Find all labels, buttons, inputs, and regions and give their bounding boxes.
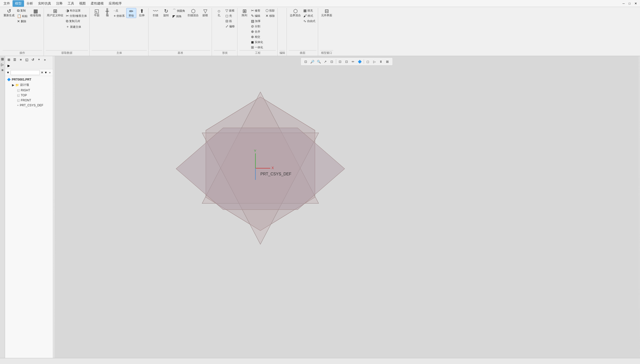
vt-btn-zoom-out[interactable]: 🔍 (316, 59, 322, 65)
vt-btn-refit[interactable]: ⊡ (303, 59, 309, 65)
window-minimize[interactable]: ─ (620, 2, 627, 5)
tree-search-clear[interactable]: ✕ (41, 71, 43, 74)
svg-text:PRT_CSYS_DEF: PRT_CSYS_DEF (260, 172, 291, 176)
menu-flexible[interactable]: 柔性建模 (88, 0, 106, 7)
vt-btn-view2[interactable]: ⊡ (344, 59, 350, 65)
btn-round[interactable]: ⌒ 倒圆角 (172, 8, 186, 14)
tree-item-csys[interactable]: ⌖ PRT_CSYS_DEF (5, 103, 53, 108)
left-icon-bar: ⊞ ▷ ≡ (0, 56, 5, 364)
tree-btn-2[interactable]: ☰ (12, 57, 18, 62)
menu-simulation[interactable]: 实时仿真 (36, 0, 54, 7)
btn-sweep-blend[interactable]: ⬡ 扫描混合 (187, 8, 200, 18)
tree-item-design[interactable]: ▶ 📁 设计项 (5, 82, 53, 88)
btn-offset[interactable]: ⤢ 偏移 (224, 24, 236, 29)
btn-fill[interactable]: ▦ 填充 (302, 8, 316, 13)
vt-sep-1 (336, 59, 336, 64)
menu-tools[interactable]: 工具 (65, 0, 77, 7)
tree-root[interactable]: 🔷 PRT0001.PRT (5, 77, 53, 82)
menu-view[interactable]: 视图 (77, 0, 88, 7)
btn-plane[interactable]: ◱ 平面 (92, 8, 102, 18)
btn-style[interactable]: 🖌 样式 (302, 13, 316, 18)
btn-delete[interactable]: ✕ 删除 (16, 19, 29, 24)
btn-rib[interactable]: ⊟ 筋 (224, 19, 236, 24)
btn-chamfer[interactable]: ◤ 倒角 (172, 14, 186, 19)
vt-btn-view1[interactable]: ⊡ (337, 59, 343, 65)
tree-item-design-expand[interactable]: ▶ (12, 83, 14, 87)
btn-sketch[interactable]: ✏ 草绘 (126, 8, 136, 18)
btn-copy[interactable]: ⧉ 复制 (16, 8, 29, 13)
btn-boolean[interactable]: ◑ 布尔运算 (65, 8, 88, 13)
vt-btn-play[interactable]: ▷ (371, 59, 377, 65)
tree-btn-5[interactable]: ↺ (30, 57, 36, 62)
btn-boundary-blend[interactable]: ⬡ 边界混合 (289, 8, 302, 18)
tree-search-input[interactable] (11, 70, 40, 75)
tree-item-right[interactable]: ◱ RIGHT (5, 88, 53, 93)
tree-item-front[interactable]: ◱ FRONT (5, 98, 53, 103)
btn-shrink-wrap[interactable]: ▦ 收缩包络 (29, 8, 42, 18)
btn-regenerate[interactable]: ↺ 重新生成 (3, 8, 16, 18)
tree-search-bar: ▼ ✕ ▼ ＋ (5, 69, 53, 76)
btn-revolve[interactable]: ↻ 旋转 (161, 8, 171, 18)
btn-coord-sys[interactable]: ⌖ 坐标系 (113, 13, 126, 19)
btn-axis[interactable]: ╫ 轴 (102, 8, 112, 18)
tree-item-top[interactable]: ◱ TOP (5, 93, 53, 98)
btn-thicken[interactable]: ▨ 加厚 (250, 19, 264, 24)
btn-draft[interactable]: ▽ 拔模 (200, 8, 210, 18)
tree-btn-6[interactable]: ⌖ (36, 57, 42, 62)
vt-btn-pan[interactable]: ⊡ (329, 59, 335, 65)
btn-solidify[interactable]: ◼ 实体化 (250, 40, 264, 45)
ribbon-group-surface: ⬡ 边界混合 ▦ 填充 🖌 样式 ∿ 自由式 (287, 8, 318, 56)
menu-application[interactable]: 应用程序 (106, 0, 124, 7)
btn-hole[interactable]: ○ 孔 (214, 8, 224, 18)
vt-btn-stop[interactable]: ⊠ (385, 59, 391, 65)
btn-extrude[interactable]: ⬆ 拉伸 (137, 8, 147, 18)
btn-point[interactable]: · 点 (113, 8, 126, 13)
viewport[interactable]: ⊡ 🔎 🔍 ↗ ⊡ ⊡ ⊡ ✏ 🔷 ◻ ▷ ⏸ ⊠ (53, 56, 640, 364)
btn-project[interactable]: ⬡ 投影 (265, 8, 276, 13)
btn-array[interactable]: ⊞ 阵列 (239, 8, 249, 18)
btn-unify[interactable]: ⊞ 一体化 (250, 45, 264, 50)
vt-btn-diamond[interactable]: 🔷 (357, 59, 363, 65)
vt-btn-zoom-area[interactable]: ↗ (322, 59, 328, 65)
menu-analysis[interactable]: 分析 (24, 0, 36, 7)
btn-component-interface[interactable]: ⊟ 元件界面 (320, 8, 333, 18)
btn-split[interactable]: ⊘ 分割 (250, 24, 264, 29)
btn-sweep[interactable]: 〰 扫描 (151, 8, 161, 18)
btn-draft2[interactable]: ▽ 拔模 (224, 8, 236, 13)
btn-intersect[interactable]: ⊗ 相交 (250, 34, 264, 39)
vt-btn-sketch[interactable]: ✏ (350, 59, 356, 65)
window-restore[interactable]: □ (627, 2, 632, 5)
sidebar-icon-3[interactable]: ≡ (1, 68, 3, 72)
sidebar-icon-2[interactable]: ▷ (1, 63, 4, 67)
menu-model[interactable]: 模型 (13, 0, 24, 7)
tree-search-options[interactable]: ▼ (44, 71, 47, 74)
window-close[interactable]: ✕ (632, 2, 639, 5)
tree-item-front-label: FRONT (21, 99, 31, 102)
menu-file[interactable]: 文件 (1, 0, 13, 7)
sidebar-icon-1[interactable]: ⊞ (1, 57, 4, 61)
btn-merge[interactable]: ⊕ 合并 (250, 29, 264, 34)
btn-trim[interactable]: ✂ 修剪 (250, 8, 264, 13)
svg-text:X: X (272, 166, 274, 170)
tree-root-label: PRT0001.PRT (12, 78, 31, 81)
vt-btn-zoom-in[interactable]: 🔎 (309, 59, 315, 65)
btn-shell[interactable]: ◻ 壳 (224, 13, 236, 18)
tree-btn-expand[interactable]: » (42, 57, 48, 62)
btn-new-body[interactable]: ＋ 新建主体 (65, 24, 88, 30)
vt-btn-pause[interactable]: ⏸ (378, 59, 384, 65)
tree-btn-1[interactable]: ⊞ (6, 57, 12, 62)
tree-search-add[interactable]: ＋ (48, 71, 51, 75)
tree-btn-4[interactable]: ◱ (24, 57, 30, 62)
ribbon: ↺ 重新生成 ⧉ 复制 📋 粘贴 ✕ 删除 (0, 7, 640, 56)
btn-freeform[interactable]: ∿ 自由式 (302, 19, 316, 24)
btn-user-features[interactable]: ⊞ 用户定义特征 (46, 8, 64, 18)
btn-split-trim[interactable]: ✂ 分割/修剪主体 (65, 13, 88, 18)
btn-paste[interactable]: 📋 粘贴 (16, 14, 29, 19)
btn-remove[interactable]: ✕ 移除 (265, 13, 276, 18)
tree-btn-3[interactable]: ≡ (18, 57, 24, 62)
tree-btn-7[interactable]: ▶ (6, 63, 12, 68)
btn-copy-geom[interactable]: ⧉ 复制几何 (65, 19, 88, 24)
btn-edit[interactable]: ✎ 编辑 (250, 13, 264, 18)
vt-btn-wireframe[interactable]: ◻ (365, 59, 371, 65)
menu-annotation[interactable]: 注释 (54, 0, 65, 7)
